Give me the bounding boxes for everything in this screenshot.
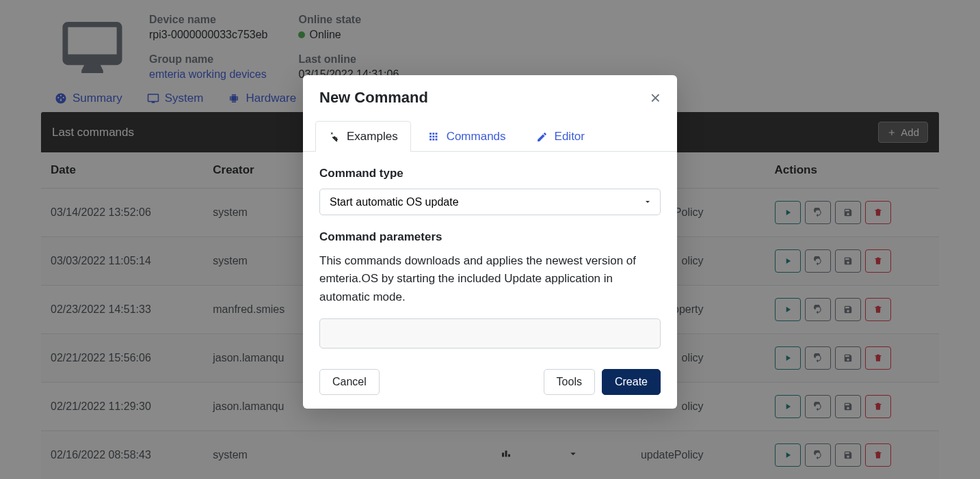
wand-icon: [328, 131, 340, 143]
command-type-select[interactable]: Start automatic OS update: [319, 189, 661, 215]
cancel-button[interactable]: Cancel: [319, 369, 380, 395]
grid-icon: [428, 131, 440, 143]
tab-examples[interactable]: Examples: [315, 121, 411, 152]
modal-overlay[interactable]: New Command × Examples Commands Editor C…: [0, 0, 980, 479]
command-type-label: Command type: [319, 167, 661, 180]
command-params-label: Command parameters: [319, 230, 661, 244]
close-button[interactable]: ×: [650, 89, 661, 107]
new-command-modal: New Command × Examples Commands Editor C…: [303, 75, 677, 409]
tab-commands[interactable]: Commands: [415, 121, 519, 152]
tools-button[interactable]: Tools: [544, 369, 595, 395]
tab-editor[interactable]: Editor: [523, 121, 598, 152]
create-button[interactable]: Create: [602, 369, 661, 395]
command-params-desc: This commands downloads and applies the …: [319, 252, 661, 306]
modal-title: New Command: [319, 89, 428, 107]
pencil-icon: [536, 131, 548, 143]
command-params-input[interactable]: [319, 318, 661, 348]
